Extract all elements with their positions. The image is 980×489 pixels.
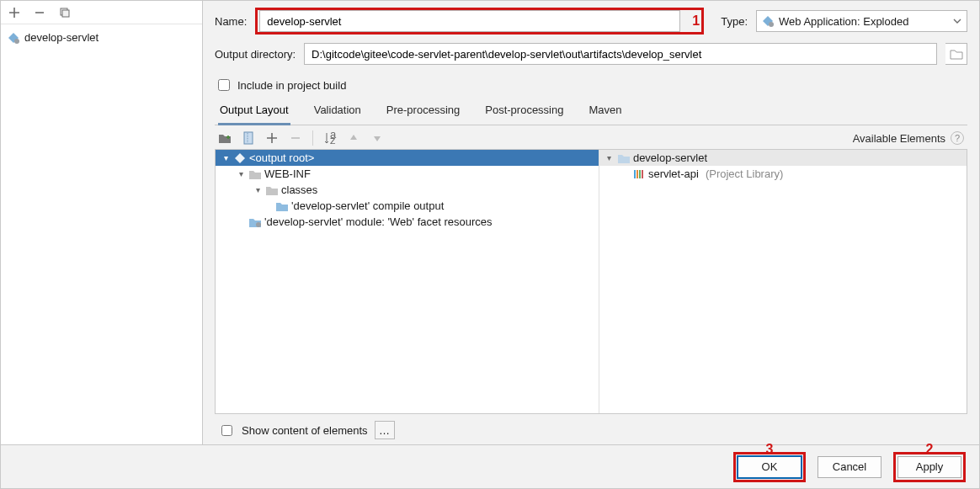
svg-rect-13 xyxy=(639,170,641,178)
artifact-icon xyxy=(8,32,19,44)
tree-label-suffix: (Project Library) xyxy=(706,167,783,180)
sort-icon[interactable]: az xyxy=(323,131,337,145)
name-row: Name: 1 Type: Web Application: Exploded xyxy=(215,8,967,35)
move-down-icon[interactable] xyxy=(370,131,384,145)
library-icon xyxy=(633,169,645,179)
chevron-down-icon: ▾ xyxy=(605,153,615,162)
tab-preprocessing[interactable]: Pre-processing xyxy=(385,98,461,125)
ok-button[interactable]: OK xyxy=(738,456,802,478)
new-archive-icon[interactable] xyxy=(242,131,255,145)
svg-text:z: z xyxy=(330,134,336,145)
artifact-type-icon xyxy=(762,15,774,27)
help-icon[interactable]: ? xyxy=(951,131,964,145)
show-content-ellipsis[interactable]: … xyxy=(375,421,395,439)
annotation-box-1: 1 xyxy=(255,8,704,35)
annotation-3: 3 xyxy=(766,442,774,457)
compile-output-icon xyxy=(276,201,288,211)
tree-label: servlet-api xyxy=(648,167,699,180)
tree-row-classes[interactable]: ▾ classes xyxy=(216,182,599,198)
apply-wrap: 2 Apply xyxy=(893,452,966,482)
tree-label: 'develop-servlet' module: 'Web' facet re… xyxy=(264,215,493,228)
tree-label: 'develop-servlet' compile output xyxy=(291,199,444,212)
type-value: Web Application: Exploded xyxy=(779,15,908,28)
ok-wrap: 3 OK xyxy=(733,452,806,482)
tree-label: develop-servlet xyxy=(633,151,707,164)
remove-item-icon[interactable] xyxy=(289,131,302,145)
dialog-footer: 3 OK Cancel 2 Apply xyxy=(1,444,979,488)
tab-output-layout[interactable]: Output Layout xyxy=(218,98,290,125)
sidebar-item-develop-servlet[interactable]: develop-servlet xyxy=(1,29,202,45)
tree-row-module[interactable]: ▾ develop-servlet xyxy=(599,150,967,166)
apply-button[interactable]: Apply xyxy=(897,456,961,478)
artifact-editor: Name: 1 Type: Web Application: Exploded xyxy=(203,1,979,444)
available-elements-header: Available Elements ? xyxy=(853,131,964,145)
tree-label: <output root> xyxy=(249,151,314,164)
new-folder-icon[interactable] xyxy=(218,131,232,145)
chevron-down-icon xyxy=(953,17,961,25)
main-split: develop-servlet Name: 1 Type: Web Applic… xyxy=(1,1,979,444)
sidebar-toolbar xyxy=(1,1,202,24)
type-label: Type: xyxy=(721,15,748,28)
move-up-icon[interactable] xyxy=(347,131,360,145)
layout-trees: ▾ <output root> ▾ WEB-INF ▾ c xyxy=(215,149,967,414)
tree-label: WEB-INF xyxy=(264,167,311,180)
tab-validation[interactable]: Validation xyxy=(312,98,363,125)
artifacts-dialog: develop-servlet Name: 1 Type: Web Applic… xyxy=(0,0,980,489)
svg-rect-1 xyxy=(62,10,69,17)
outdir-input[interactable] xyxy=(304,43,937,65)
available-tree[interactable]: ▾ develop-servlet ▾ servlet-api (Project… xyxy=(599,150,967,413)
svg-rect-6 xyxy=(244,132,253,144)
svg-marker-9 xyxy=(235,153,245,163)
show-content-row: Show content of elements … xyxy=(215,414,967,444)
sidebar-item-label: develop-servlet xyxy=(24,31,99,44)
add-copy-icon[interactable] xyxy=(265,131,279,145)
module-icon xyxy=(618,153,630,163)
outdir-row: Output directory: xyxy=(215,43,967,65)
show-content-checkbox[interactable] xyxy=(221,425,232,436)
name-label: Name: xyxy=(215,15,247,28)
type-combo[interactable]: Web Application: Exploded xyxy=(756,10,967,32)
tree-row-facet[interactable]: ▾ 'develop-servlet' module: 'Web' facet … xyxy=(216,214,599,230)
svg-point-3 xyxy=(14,39,19,44)
chevron-down-icon: ▾ xyxy=(221,153,231,162)
chevron-down-icon: ▾ xyxy=(253,185,263,194)
tree-row-compile-output[interactable]: 'develop-servlet' compile output xyxy=(216,198,599,214)
svg-rect-14 xyxy=(642,170,643,178)
show-content-label: Show content of elements xyxy=(242,424,368,437)
artifacts-list: develop-servlet xyxy=(1,24,202,444)
folder-icon xyxy=(249,169,261,179)
browse-button[interactable] xyxy=(945,43,967,65)
cancel-button[interactable]: Cancel xyxy=(818,456,881,478)
annotation-2: 2 xyxy=(926,442,934,457)
svg-point-5 xyxy=(769,22,774,27)
tree-label: classes xyxy=(281,183,317,196)
output-tree[interactable]: ▾ <output root> ▾ WEB-INF ▾ c xyxy=(216,150,599,413)
svg-rect-12 xyxy=(636,170,638,178)
artifact-tabs: Output Layout Validation Pre-processing … xyxy=(215,98,967,125)
svg-point-10 xyxy=(256,222,261,227)
include-row: Include in project build xyxy=(215,77,967,93)
svg-rect-11 xyxy=(634,170,636,178)
tree-row-library[interactable]: ▾ servlet-api (Project Library) xyxy=(599,166,967,182)
facet-icon xyxy=(249,217,261,227)
tab-postprocessing[interactable]: Post-processing xyxy=(483,98,565,125)
add-icon[interactable] xyxy=(8,6,21,19)
folder-icon xyxy=(266,185,278,195)
annotation-1: 1 xyxy=(692,13,700,29)
output-root-icon xyxy=(234,152,246,164)
copy-icon[interactable] xyxy=(58,6,72,19)
artifacts-sidebar: develop-servlet xyxy=(1,1,203,444)
name-input[interactable] xyxy=(259,10,680,32)
tree-row-output-root[interactable]: ▾ <output root> xyxy=(216,150,599,166)
remove-icon[interactable] xyxy=(33,6,46,19)
tree-row-webinf[interactable]: ▾ WEB-INF xyxy=(216,166,599,182)
outdir-label: Output directory: xyxy=(215,48,296,61)
include-label: Include in project build xyxy=(237,79,346,92)
tab-maven[interactable]: Maven xyxy=(587,98,623,125)
include-checkbox[interactable] xyxy=(218,79,230,91)
chevron-down-icon: ▾ xyxy=(236,169,246,178)
layout-toolbar: az Available Elements ? xyxy=(215,125,967,149)
